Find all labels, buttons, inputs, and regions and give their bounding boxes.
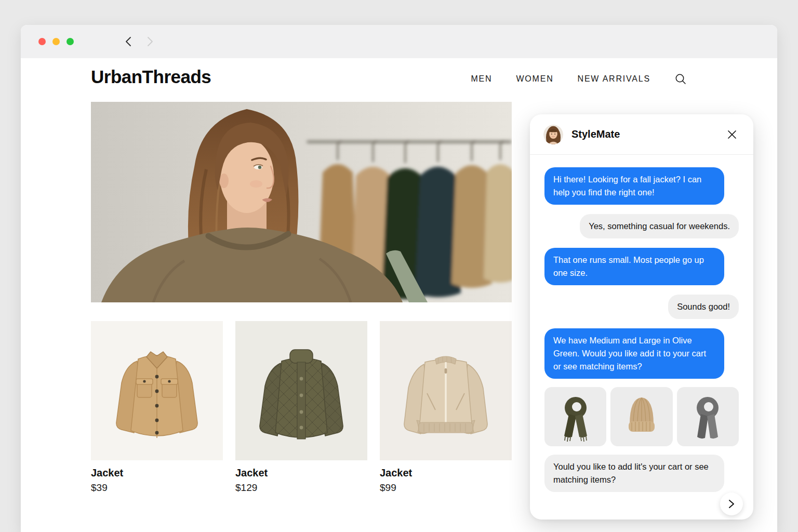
chat-messages: Hi there! Looking for a fall jacket? I c… — [530, 155, 753, 492]
nav-item-new-arrivals[interactable]: NEW ARRIVALS — [578, 74, 650, 84]
browser-titlebar — [21, 25, 777, 58]
user-message: Sounds good! — [668, 295, 739, 319]
product-price: $99 — [380, 482, 512, 494]
product-price: $39 — [91, 482, 223, 494]
olive-quilted-jacket-image — [235, 321, 367, 460]
close-window-button[interactable] — [38, 38, 46, 45]
product-card[interactable]: Jacket $129 — [235, 321, 367, 494]
product-name: Jacket — [91, 467, 223, 479]
tan-shirt-jacket-image — [91, 321, 223, 460]
chat-header: StyleMate — [530, 114, 753, 155]
assistant-message: That one runs small. Most people go up o… — [544, 248, 724, 285]
beige-bomber-jacket-image — [380, 321, 512, 460]
chat-title: StyleMate — [571, 128, 724, 140]
product-name: Jacket — [380, 467, 512, 479]
site-nav: MEN WOMEN NEW ARRIVALS — [471, 71, 687, 87]
search-icon[interactable] — [674, 73, 687, 85]
product-card[interactable]: Jacket $39 — [91, 321, 223, 494]
olive-scarf-thumbnail[interactable] — [544, 387, 606, 446]
user-message: Yes, something casual for weekends. — [580, 214, 739, 238]
back-icon[interactable] — [125, 36, 131, 47]
suggested-items — [544, 387, 739, 446]
traffic-lights — [38, 38, 74, 45]
nav-item-men[interactable]: MEN — [471, 74, 492, 84]
close-icon[interactable] — [724, 127, 740, 142]
zoom-window-button[interactable] — [66, 38, 74, 45]
stylist-avatar — [543, 125, 563, 144]
chevron-right-icon[interactable] — [720, 493, 743, 515]
product-card[interactable]: Jacket $99 — [380, 321, 512, 494]
chat-widget: StyleMate Hi there! Looking for a fall j… — [530, 114, 753, 520]
tan-beanie-thumbnail[interactable] — [610, 387, 672, 446]
nav-item-women[interactable]: WOMEN — [516, 74, 553, 84]
site-logo[interactable]: UrbanThreads — [91, 66, 211, 87]
minimize-window-button[interactable] — [52, 38, 60, 45]
forward-icon[interactable] — [147, 36, 154, 47]
product-name: Jacket — [235, 467, 367, 479]
desktop: UrbanThreads MEN WOMEN NEW ARRIVALS — [0, 0, 798, 532]
hero-image — [91, 102, 512, 302]
assistant-message: Yould you like to add lit's your cart or… — [544, 455, 724, 492]
assistant-message: We have Medium and Large in Olive Green.… — [544, 328, 724, 379]
product-price: $129 — [235, 482, 367, 494]
browser-window: UrbanThreads MEN WOMEN NEW ARRIVALS — [21, 25, 777, 532]
assistant-message: Hi there! Looking for a fall jacket? I c… — [544, 167, 724, 205]
browser-nav-arrows — [125, 36, 154, 47]
grey-scarf-thumbnail[interactable] — [677, 387, 739, 446]
product-grid: Jacket $39 — [91, 321, 512, 494]
